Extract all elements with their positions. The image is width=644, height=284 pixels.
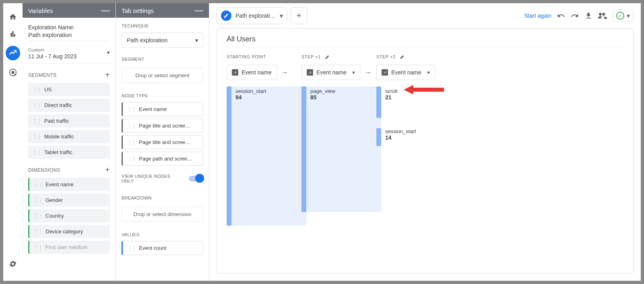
svg-point-1 [12, 71, 14, 74]
unique-nodes-label: VIEW UNIQUE NODES ONLY [122, 174, 174, 183]
chevron-down-icon[interactable]: ▾ [280, 12, 283, 20]
arrow-icon: → [281, 68, 288, 77]
step-pill[interactable]: ↗Event name▾ [376, 65, 435, 80]
annotation-arrow [404, 85, 444, 95]
node-label: session_start14 [385, 128, 416, 141]
segment-dropzone[interactable]: Drop or select segment [122, 68, 203, 83]
collapse-icon[interactable]: — [194, 8, 203, 13]
nodetype-label: NODE TYPE [122, 93, 148, 98]
add-segment-icon[interactable]: + [105, 70, 110, 80]
arrow-icon: → [364, 68, 372, 77]
step-start-label: STARTING POINT [227, 54, 266, 59]
collapse-icon[interactable]: — [101, 8, 110, 13]
tab-settings-panel: Tab settings — TECHNIQUE Path exploratio… [116, 3, 209, 281]
dimension-chip[interactable]: ⋮⋮First user medium [28, 241, 110, 254]
step-pill[interactable]: ↗Event name [227, 65, 277, 80]
step1-label: STEP +1 [301, 54, 321, 59]
dimension-chip[interactable]: ⋮⋮Device category [28, 225, 110, 238]
canvas-title: All Users [227, 35, 623, 47]
undo-icon[interactable] [557, 12, 565, 20]
nodetype-chip[interactable]: ⋮⋮Page title and scree… [122, 119, 203, 133]
unique-nodes-toggle[interactable] [189, 176, 203, 181]
flow-bar[interactable] [376, 86, 381, 118]
exploration-name-label: Exploration Name: [28, 24, 110, 31]
flow-bg [231, 86, 306, 226]
chevron-down-icon: ▾ [107, 49, 110, 56]
chevron-down-icon: ▾ [627, 12, 630, 20]
segment-chip[interactable]: ⋮⋮Mobile traffic [28, 130, 110, 143]
segment-chip[interactable]: ⋮⋮Paid traffic [28, 114, 110, 128]
step2-label: STEP +2 [376, 54, 396, 59]
flow-bar[interactable] [376, 128, 381, 146]
exploration-name-value[interactable]: Path exploration [28, 31, 110, 38]
node-label: session_start94 [235, 88, 266, 101]
segment-chip[interactable]: ⋮⋮US [28, 83, 110, 96]
explore-icon[interactable] [6, 46, 20, 60]
breakdown-dropzone[interactable]: Drop or select dimension [122, 207, 203, 222]
reports-icon[interactable] [8, 29, 18, 39]
advertising-icon[interactable] [8, 68, 18, 77]
home-icon[interactable] [8, 12, 18, 22]
flow-bar[interactable] [227, 86, 231, 226]
share-icon[interactable] [598, 11, 607, 20]
segments-header: SEGMENTS [28, 72, 57, 78]
download-icon[interactable] [584, 12, 592, 20]
status-ok[interactable]: ✓ ▾ [613, 10, 634, 22]
settings-icon[interactable] [8, 259, 18, 269]
start-again-button[interactable]: Start again [524, 12, 551, 19]
redo-icon[interactable] [571, 12, 579, 20]
add-dimension-icon[interactable]: + [105, 165, 110, 175]
segment-chip[interactable]: ⋮⋮Direct traffic [28, 99, 110, 112]
dimension-chip[interactable]: ⋮⋮Event name [28, 178, 110, 191]
node-label: page_view85 [310, 88, 335, 101]
dimension-chip[interactable]: ⋮⋮Country [28, 209, 110, 222]
pencil-icon[interactable] [400, 54, 405, 60]
nodetype-chip[interactable]: ⋮⋮Page path and scree… [122, 152, 203, 166]
dimensions-header: DIMENSIONS [28, 167, 60, 173]
chevron-down-icon: ▾ [195, 37, 198, 43]
technique-label: TECHNIQUE [122, 23, 149, 29]
segment-chip[interactable]: ⋮⋮Tablet traffic [28, 146, 110, 159]
flow-bar[interactable] [301, 86, 306, 212]
pencil-icon [221, 10, 231, 21]
node-label: scroll21 [385, 88, 397, 101]
exploration-tab[interactable]: Path explorati… ▾ [217, 7, 287, 24]
date-range-picker[interactable]: Custom 11 Jul - 7 Aug 2023 ▾ [28, 41, 110, 64]
nodetype-chip[interactable]: ⋮⋮Event name [122, 102, 203, 116]
variables-panel: Variables — Exploration Name: Path explo… [23, 3, 116, 281]
step-pill[interactable]: ↗Event name▾ [301, 65, 360, 80]
technique-select[interactable]: Path exploration ▾ [122, 33, 203, 48]
values-label: VALUES [122, 232, 139, 237]
nodetype-chip[interactable]: ⋮⋮Page title and scree… [122, 135, 203, 149]
tabsettings-title: Tab settings [122, 7, 154, 14]
segment-label: SEGMENT [122, 57, 144, 62]
pencil-icon[interactable] [325, 54, 330, 60]
add-tab-button[interactable]: + [291, 7, 308, 24]
variables-title: Variables [28, 7, 53, 14]
dimension-chip[interactable]: ⋮⋮Gender [28, 193, 110, 207]
breakdown-label: BREAKDOWN [122, 196, 152, 200]
values-chip[interactable]: ⋮⋮Event count [122, 241, 203, 255]
